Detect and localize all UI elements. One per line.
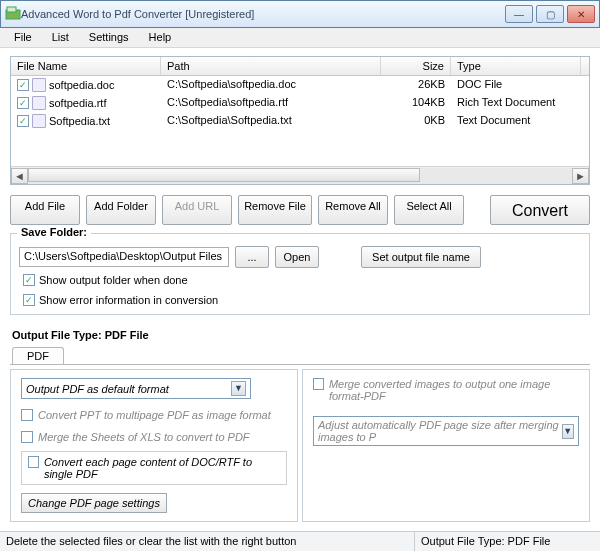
- file-list-body[interactable]: ✓softpedia.doc C:\Softpedia\softpedia.do…: [11, 76, 589, 166]
- chevron-down-icon[interactable]: ▼: [231, 381, 246, 396]
- select-all-button[interactable]: Select All: [394, 195, 464, 225]
- set-output-filename-button[interactable]: Set output file name: [361, 246, 481, 268]
- docrtf-checkbox[interactable]: [28, 456, 39, 468]
- output-format-combo[interactable]: Output PDF as default format ▼: [21, 378, 251, 399]
- add-url-button[interactable]: Add URL: [162, 195, 232, 225]
- col-header-path[interactable]: Path: [161, 57, 381, 75]
- chevron-down-icon: ▼: [562, 424, 574, 439]
- window-title: Advanced Word to Pdf Converter [Unregist…: [21, 8, 505, 20]
- file-list: File Name Path Size Type ✓softpedia.doc …: [10, 56, 590, 185]
- file-path: C:\Softpedia\softpedia.doc: [161, 77, 381, 93]
- file-path: C:\Softpedia\softpedia.rtf: [161, 95, 381, 111]
- file-type: Text Document: [451, 113, 581, 129]
- show-folder-label: Show output folder when done: [39, 274, 188, 286]
- row-checkbox[interactable]: ✓: [17, 115, 29, 127]
- file-path: C:\Softpedia\Softpedia.txt: [161, 113, 381, 129]
- file-name: softpedia.rtf: [49, 97, 106, 109]
- menu-help[interactable]: Help: [139, 28, 182, 47]
- tab-pdf[interactable]: PDF: [12, 347, 64, 364]
- file-size: 26KB: [381, 77, 451, 93]
- scroll-thumb[interactable]: [28, 168, 420, 182]
- show-error-checkbox[interactable]: ✓: [23, 294, 35, 306]
- scroll-right-icon[interactable]: ►: [572, 168, 589, 184]
- status-output-type: Output File Type: PDF File: [415, 532, 600, 551]
- file-name: softpedia.doc: [49, 79, 114, 91]
- statusbar: Delete the selected files or clear the l…: [0, 531, 600, 551]
- xls-checkbox: [21, 431, 33, 443]
- output-type-title: Output File Type: PDF File: [12, 329, 590, 341]
- ppt-checkbox: [21, 409, 33, 421]
- show-folder-checkbox[interactable]: ✓: [23, 274, 35, 286]
- file-icon: [32, 78, 46, 92]
- minimize-button[interactable]: —: [505, 5, 533, 23]
- docrtf-label: Convert each page content of DOC/RTF to …: [44, 456, 280, 480]
- table-row[interactable]: ✓Softpedia.txt C:\Softpedia\Softpedia.tx…: [11, 112, 589, 130]
- add-folder-button[interactable]: Add Folder: [86, 195, 156, 225]
- remove-file-button[interactable]: Remove File: [238, 195, 312, 225]
- table-row[interactable]: ✓softpedia.rtf C:\Softpedia\softpedia.rt…: [11, 94, 589, 112]
- adjust-combo: Adjust automatically PDF page size after…: [313, 416, 579, 446]
- col-header-type[interactable]: Type: [451, 57, 581, 75]
- merge-checkbox: [313, 378, 324, 390]
- file-type: Rich Text Document: [451, 95, 581, 111]
- combo-value: Output PDF as default format: [26, 383, 169, 395]
- menu-settings[interactable]: Settings: [79, 28, 139, 47]
- convert-button[interactable]: Convert: [490, 195, 590, 225]
- maximize-button[interactable]: ▢: [536, 5, 564, 23]
- file-icon: [32, 96, 46, 110]
- app-icon: [5, 6, 21, 22]
- output-path-input[interactable]: C:\Users\Softpedia\Desktop\Output Files: [19, 247, 229, 267]
- close-button[interactable]: ✕: [567, 5, 595, 23]
- status-hint: Delete the selected files or clear the l…: [0, 532, 415, 551]
- open-folder-button[interactable]: Open: [275, 246, 319, 268]
- titlebar: Advanced Word to Pdf Converter [Unregist…: [0, 0, 600, 28]
- remove-all-button[interactable]: Remove All: [318, 195, 388, 225]
- file-size: 104KB: [381, 95, 451, 111]
- menu-file[interactable]: File: [4, 28, 42, 47]
- change-pdf-settings-button[interactable]: Change PDF page settings: [21, 493, 167, 513]
- pdf-options-right: Merge converted images to output one ima…: [302, 369, 590, 522]
- col-header-size[interactable]: Size: [381, 57, 451, 75]
- menubar: File List Settings Help: [0, 28, 600, 48]
- pdf-options-left: Output PDF as default format ▼ Convert P…: [10, 369, 298, 522]
- file-type: DOC File: [451, 77, 581, 93]
- xls-label: Merge the Sheets of XLS to convert to PD…: [38, 431, 250, 443]
- file-list-header: File Name Path Size Type: [11, 57, 589, 76]
- menu-list[interactable]: List: [42, 28, 79, 47]
- browse-button[interactable]: ...: [235, 246, 269, 268]
- row-checkbox[interactable]: ✓: [17, 79, 29, 91]
- file-name: Softpedia.txt: [49, 115, 110, 127]
- file-size: 0KB: [381, 113, 451, 129]
- adjust-label: Adjust automatically PDF page size after…: [318, 419, 562, 443]
- scroll-left-icon[interactable]: ◄: [11, 168, 28, 184]
- show-error-label: Show error information in conversion: [39, 294, 218, 306]
- save-folder-legend: Save Folder:: [17, 226, 91, 238]
- tabstrip: PDF: [10, 347, 590, 365]
- save-folder-group: Save Folder: C:\Users\Softpedia\Desktop\…: [10, 233, 590, 315]
- horizontal-scrollbar[interactable]: ◄ ►: [11, 166, 589, 184]
- file-icon: [32, 114, 46, 128]
- col-header-name[interactable]: File Name: [11, 57, 161, 75]
- table-row[interactable]: ✓softpedia.doc C:\Softpedia\softpedia.do…: [11, 76, 589, 94]
- row-checkbox[interactable]: ✓: [17, 97, 29, 109]
- add-file-button[interactable]: Add File: [10, 195, 80, 225]
- ppt-label: Convert PPT to multipage PDF as image fo…: [38, 409, 271, 421]
- svg-rect-1: [7, 7, 16, 12]
- merge-label: Merge converted images to output one ima…: [329, 378, 579, 402]
